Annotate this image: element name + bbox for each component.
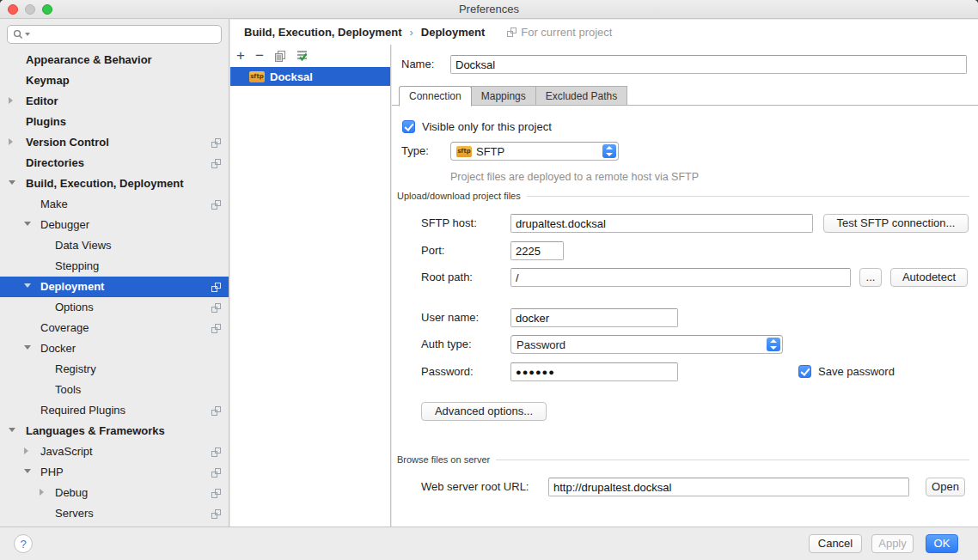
- auth-type-label: Auth type:: [421, 335, 472, 354]
- user-name-input[interactable]: [510, 308, 678, 327]
- tab-connection[interactable]: Connection: [399, 86, 472, 107]
- duplicate-server-button[interactable]: [274, 50, 286, 62]
- autodetect-button[interactable]: Autodetect: [890, 268, 968, 287]
- port-input[interactable]: [510, 241, 564, 260]
- use-as-default-button[interactable]: [296, 50, 309, 62]
- sidebar-item-tools[interactable]: Tools: [0, 380, 229, 400]
- chevron-expanded-icon[interactable]: [24, 469, 31, 473]
- sidebar-item-required-plugins[interactable]: Required Plugins: [0, 400, 229, 421]
- sftp-icon: sftp: [249, 71, 265, 82]
- server-list-panel: + − sftp Docksal: [230, 45, 391, 527]
- password-input[interactable]: [510, 362, 678, 381]
- chevron-collapsed-icon[interactable]: [40, 489, 44, 496]
- traffic-lights: [8, 4, 52, 15]
- sidebar-item-label: Required Plugins: [0, 400, 229, 421]
- chevron-expanded-icon[interactable]: [24, 222, 31, 226]
- sidebar-item-directories[interactable]: Directories: [0, 153, 229, 173]
- name-input[interactable]: [450, 55, 967, 74]
- select-stepper-icon: [602, 144, 616, 158]
- remove-server-button[interactable]: −: [255, 49, 264, 63]
- name-label: Name:: [401, 55, 434, 74]
- chevron-collapsed-icon[interactable]: [9, 138, 13, 145]
- sidebar-item-data-views[interactable]: Data Views: [0, 235, 229, 256]
- sidebar-item-label: Docker: [0, 338, 229, 359]
- for-current-project-label: For current project: [521, 26, 612, 39]
- cancel-button[interactable]: Cancel: [809, 534, 862, 553]
- sidebar-item-plugins[interactable]: Plugins: [0, 112, 229, 132]
- breadcrumb-current: Deployment: [421, 26, 485, 39]
- sftp-host-input[interactable]: [510, 214, 813, 233]
- web-server-root-url-input[interactable]: [548, 478, 909, 496]
- sidebar-item-deployment[interactable]: Deployment: [0, 277, 229, 297]
- advanced-options-button[interactable]: Advanced options...: [421, 402, 547, 421]
- sidebar-item-stepping[interactable]: Stepping: [0, 256, 229, 277]
- sidebar-item-label: Servers: [0, 503, 229, 524]
- sidebar-item-build-execution-deployment[interactable]: Build, Execution, Deployment: [0, 173, 229, 194]
- server-item-docksal[interactable]: sftp Docksal: [230, 67, 390, 86]
- sidebar-item-debugger[interactable]: Debugger: [0, 215, 229, 235]
- sidebar-item-debug[interactable]: Debug: [0, 483, 229, 503]
- zoom-button[interactable]: [42, 4, 52, 15]
- save-password-checkbox[interactable]: [798, 365, 811, 378]
- auth-type-select[interactable]: Password: [510, 335, 783, 354]
- ok-button[interactable]: OK: [926, 534, 958, 553]
- test-sftp-connection-button[interactable]: Test SFTP connection...: [823, 214, 969, 233]
- root-path-input[interactable]: [510, 268, 851, 287]
- apply-button[interactable]: Apply: [871, 534, 914, 553]
- tabs: ConnectionMappingsExcluded Paths: [399, 85, 978, 106]
- tab-excluded-paths[interactable]: Excluded Paths: [535, 86, 627, 106]
- sidebar-item-php[interactable]: PHP: [0, 462, 229, 483]
- type-select[interactable]: sftp SFTP: [450, 142, 619, 161]
- sidebar-item-label: Coverage: [0, 318, 229, 338]
- chevron-collapsed-icon[interactable]: [9, 97, 13, 104]
- minimize-button[interactable]: [25, 4, 35, 15]
- chevron-collapsed-icon[interactable]: [24, 447, 28, 454]
- sidebar-item-label: Appearance & Behavior: [0, 50, 229, 70]
- type-select-value: SFTP: [476, 145, 504, 158]
- sidebar-item-editor[interactable]: Editor: [0, 91, 229, 112]
- sidebar-item-coverage[interactable]: Coverage: [0, 318, 229, 338]
- per-project-icon: [211, 138, 221, 148]
- sidebar-item-appearance-behavior[interactable]: Appearance & Behavior: [0, 50, 229, 70]
- per-project-icon: [211, 406, 221, 416]
- help-button[interactable]: ?: [14, 534, 33, 553]
- sidebar-item-servers[interactable]: Servers: [0, 503, 229, 524]
- chevron-expanded-icon[interactable]: [24, 345, 31, 350]
- chevron-expanded-icon[interactable]: [9, 180, 15, 185]
- per-project-icon: [211, 159, 221, 168]
- search-input[interactable]: [34, 28, 216, 40]
- search-options-caret-icon[interactable]: [25, 33, 30, 36]
- sidebar-item-label: Tools: [0, 380, 229, 400]
- browse-root-path-button[interactable]: ...: [859, 268, 882, 287]
- sidebar-item-registry[interactable]: Registry: [0, 359, 229, 380]
- deployment-form: Name: ConnectionMappingsExcluded Paths V…: [392, 45, 978, 527]
- select-stepper-icon: [767, 338, 780, 351]
- breadcrumb-parent[interactable]: Build, Execution, Deployment: [244, 26, 401, 39]
- tab-mappings[interactable]: Mappings: [471, 86, 536, 106]
- sidebar-item-label: Editor: [0, 91, 229, 112]
- sidebar-item-languages-frameworks[interactable]: Languages & Frameworks: [0, 421, 229, 441]
- visible-only-checkbox[interactable]: [402, 120, 415, 133]
- web-server-root-url-label: Web server root URL:: [421, 478, 529, 496]
- sidebar-item-javascript[interactable]: JavaScript: [0, 441, 229, 462]
- sidebar-tree: Appearance & BehaviorKeymapEditorPlugins…: [0, 50, 229, 527]
- auth-type-value: Password: [517, 338, 565, 351]
- sidebar-item-docker[interactable]: Docker: [0, 338, 229, 359]
- sidebar-item-label: Make: [0, 194, 229, 215]
- open-url-button[interactable]: Open: [926, 478, 965, 496]
- sidebar-item-options[interactable]: Options: [0, 297, 229, 318]
- sidebar-item-label: Debugger: [0, 215, 229, 235]
- sidebar-item-version-control[interactable]: Version Control: [0, 132, 229, 153]
- chevron-expanded-icon[interactable]: [24, 283, 31, 288]
- root-path-label: Root path:: [421, 268, 473, 287]
- window-title: Preferences: [0, 0, 978, 18]
- sidebar-item-label: Stepping: [0, 256, 229, 277]
- add-server-button[interactable]: +: [236, 49, 245, 63]
- chevron-expanded-icon[interactable]: [9, 428, 15, 432]
- sidebar-item-keymap[interactable]: Keymap: [0, 70, 229, 91]
- sidebar-item-make[interactable]: Make: [0, 194, 229, 215]
- sidebar-item-label: Plugins: [0, 112, 229, 132]
- close-button[interactable]: [8, 4, 18, 15]
- titlebar: Preferences: [0, 0, 978, 19]
- settings-search-box[interactable]: [7, 25, 222, 44]
